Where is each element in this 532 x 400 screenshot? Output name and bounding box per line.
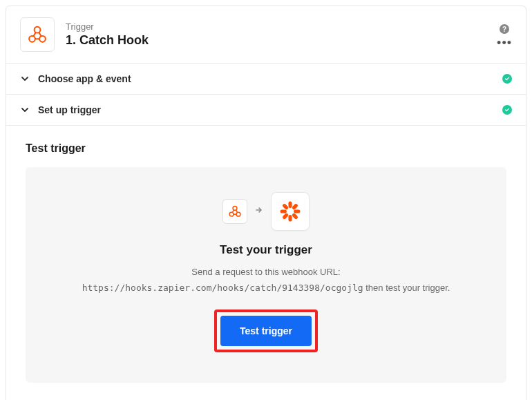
- chevron-down-icon: [20, 74, 30, 84]
- icon-row: [222, 192, 310, 231]
- header-title: 1. Catch Hook: [66, 33, 486, 48]
- test-trigger-button[interactable]: Test trigger: [220, 316, 312, 346]
- svg-rect-9: [294, 209, 300, 213]
- test-panel: Test your trigger Send a request to this…: [26, 167, 506, 383]
- header-actions: ? •••: [497, 24, 512, 45]
- zapier-icon: [278, 200, 302, 223]
- more-menu-icon[interactable]: •••: [497, 41, 512, 45]
- svg-point-2: [39, 36, 46, 42]
- svg-point-4: [229, 212, 234, 216]
- app-icon-webhooks: [20, 17, 55, 52]
- svg-rect-7: [288, 215, 292, 221]
- status-complete-icon: [502, 105, 512, 115]
- svg-rect-6: [288, 202, 292, 208]
- zapier-app-icon: [271, 192, 310, 231]
- test-description: Send a request to this webhook URL:: [191, 267, 340, 277]
- status-complete-icon: [502, 74, 512, 84]
- test-title: Test your trigger: [220, 243, 312, 257]
- webhook-url: https://hooks.zapier.com/hooks/catch/914…: [82, 283, 363, 293]
- trigger-card: Trigger 1. Catch Hook ? ••• Choose app &…: [6, 6, 526, 400]
- header-text: Trigger 1. Catch Hook: [66, 21, 486, 48]
- section-test-trigger: Test trigger: [6, 125, 526, 400]
- webhook-app-icon: [222, 199, 247, 224]
- webhook-url-line: https://hooks.zapier.com/hooks/catch/914…: [82, 283, 450, 293]
- svg-rect-11: [282, 213, 289, 220]
- webhook-icon: [228, 204, 242, 218]
- section-setup-trigger[interactable]: Set up trigger: [6, 94, 526, 125]
- svg-point-5: [236, 212, 240, 216]
- arrow-right-icon: [254, 205, 264, 218]
- svg-rect-12: [282, 203, 289, 210]
- webhook-icon: [27, 24, 48, 45]
- section-label: Set up trigger: [38, 104, 494, 115]
- test-heading: Test trigger: [26, 142, 506, 155]
- svg-point-1: [29, 36, 35, 42]
- chevron-down-icon: [20, 105, 30, 115]
- svg-point-0: [35, 27, 41, 33]
- highlight-box: Test trigger: [214, 309, 318, 352]
- help-icon[interactable]: ?: [500, 24, 509, 34]
- section-label: Choose app & event: [38, 73, 494, 84]
- svg-rect-10: [292, 203, 298, 210]
- svg-rect-13: [292, 213, 298, 220]
- svg-rect-8: [281, 209, 287, 213]
- section-choose-app[interactable]: Choose app & event: [6, 63, 526, 94]
- url-tail: then test your trigger.: [363, 283, 450, 293]
- card-header: Trigger 1. Catch Hook ? •••: [6, 6, 526, 63]
- svg-point-3: [233, 207, 237, 211]
- header-kicker: Trigger: [66, 21, 486, 32]
